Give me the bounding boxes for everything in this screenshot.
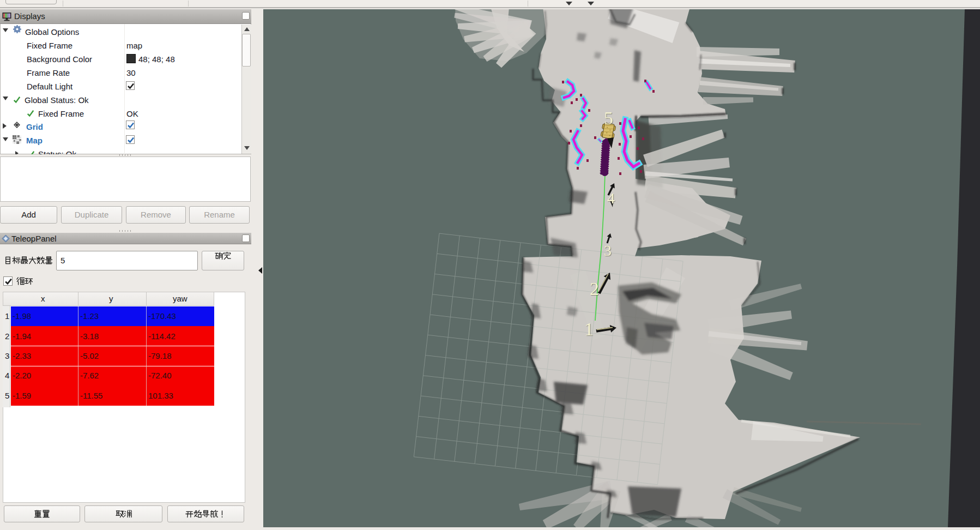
svg-text:5: 5 — [604, 108, 613, 128]
svg-text:1: 1 — [584, 319, 594, 339]
svg-text:4: 4 — [607, 190, 615, 207]
svg-text:3: 3 — [604, 242, 612, 259]
svg-text:2: 2 — [590, 279, 599, 299]
